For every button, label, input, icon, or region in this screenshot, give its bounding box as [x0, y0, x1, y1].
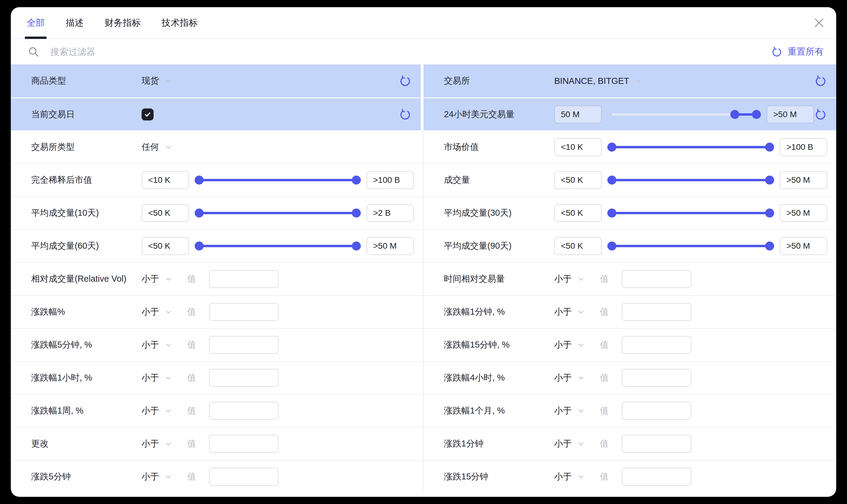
value-input[interactable]	[209, 402, 279, 420]
range-max-value[interactable]: >50 M	[780, 171, 827, 189]
slider-handle-min[interactable]	[195, 241, 204, 251]
slider-handle-min[interactable]	[195, 209, 204, 218]
range-max-value[interactable]: >50 M	[780, 237, 827, 255]
operator-dropdown[interactable]: 小于	[142, 339, 173, 351]
operator-dropdown[interactable]: 小于	[554, 372, 586, 384]
range-min-value[interactable]: 50 M	[554, 106, 602, 124]
operator-dropdown[interactable]: 小于	[142, 438, 173, 450]
reset-filter-button[interactable]	[814, 74, 827, 88]
range-slider[interactable]	[612, 138, 770, 156]
range-min-value[interactable]: <50 K	[554, 204, 602, 222]
operator-dropdown[interactable]: 小于	[142, 306, 173, 318]
slider-handle-min[interactable]	[607, 143, 616, 151]
range-max-value[interactable]: >100 B	[366, 171, 414, 189]
value-input[interactable]	[209, 369, 279, 387]
value-input[interactable]	[622, 468, 691, 486]
filter-cell-left: 相对成交量(Relative Vol)小于值	[11, 263, 424, 295]
slider-handle-max[interactable]	[765, 176, 774, 184]
value-input[interactable]	[209, 270, 279, 288]
operator-dropdown[interactable]: 小于	[554, 438, 586, 450]
slider-handle-max[interactable]	[765, 143, 774, 151]
dropdown[interactable]: 任何	[142, 141, 173, 153]
slider-handle-max[interactable]	[765, 209, 774, 218]
filter-label: 24小时美元交易量	[444, 108, 554, 121]
range-min-value[interactable]: <10 K	[142, 171, 189, 189]
range-max-value[interactable]: >50 M	[780, 204, 827, 222]
operator-dropdown[interactable]: 小于	[554, 306, 586, 318]
filter-row: 平均成交量(10天)<50 K>2 B平均成交量(30天)<50 K>50 M	[11, 196, 836, 229]
operator-dropdown[interactable]: 小于	[142, 405, 173, 417]
slider-handle-min[interactable]	[730, 110, 739, 119]
operator-dropdown[interactable]: 小于	[142, 273, 173, 285]
operator-value: 小于	[554, 306, 572, 318]
dropdown[interactable]: 现货	[142, 75, 173, 87]
reset-all-button[interactable]: 重置所有	[771, 46, 824, 58]
range-max-value[interactable]: >2 B	[366, 204, 414, 222]
filter-cell-left: 完全稀释后市值<10 K>100 B	[11, 164, 424, 196]
reset-filter-button[interactable]	[399, 108, 412, 121]
slider-handle-max[interactable]	[765, 241, 774, 251]
value-input[interactable]	[209, 435, 279, 453]
range-min-value[interactable]: <50 K	[554, 237, 602, 255]
value-input[interactable]	[622, 336, 691, 354]
close-button[interactable]	[811, 15, 827, 31]
filter-label: 平均成交量(90天)	[444, 240, 554, 252]
filter-label: 市场价值	[444, 141, 554, 153]
tab-financial-indicators[interactable]: 财务指标	[103, 7, 142, 38]
value-input[interactable]	[622, 270, 691, 288]
operator-dropdown[interactable]: 小于	[142, 372, 173, 384]
range-slider[interactable]	[199, 171, 356, 189]
tab-technical-indicators[interactable]: 技术指标	[160, 7, 200, 38]
slider-handle-max[interactable]	[352, 176, 361, 184]
range-slider[interactable]	[612, 106, 757, 124]
filter-label: 涨跌幅%	[31, 306, 142, 318]
operator-dropdown[interactable]: 小于	[142, 471, 173, 483]
range-slider[interactable]	[612, 237, 770, 255]
value-input[interactable]	[209, 303, 279, 321]
slider-handle-max[interactable]	[352, 209, 361, 218]
search-input[interactable]	[50, 47, 771, 57]
chevron-down-icon	[576, 274, 586, 284]
range-min-value[interactable]: <50 K	[142, 237, 189, 255]
range-slider[interactable]	[199, 237, 356, 255]
operator-dropdown[interactable]: 小于	[554, 339, 586, 351]
value-input[interactable]	[622, 303, 691, 321]
range-max-value[interactable]: >50 M	[767, 106, 814, 124]
range-min-value[interactable]: <50 K	[142, 204, 189, 222]
operator-value: 小于	[554, 438, 572, 450]
tab-description[interactable]: 描述	[64, 7, 85, 38]
slider-handle-min[interactable]	[607, 241, 616, 251]
operator-dropdown[interactable]: 小于	[554, 471, 586, 483]
range-slider[interactable]	[199, 204, 356, 222]
slider-handle-min[interactable]	[195, 176, 204, 184]
slider-handle-min[interactable]	[607, 209, 616, 218]
filter-row: 完全稀释后市值<10 K>100 B成交量<50 K>50 M	[11, 163, 836, 196]
value-input[interactable]	[622, 369, 691, 387]
value-input[interactable]	[622, 435, 691, 453]
tab-all[interactable]: 全部	[25, 7, 47, 38]
range-min-value[interactable]: <50 K	[554, 171, 602, 189]
reset-filter-button[interactable]	[814, 108, 827, 121]
filter-label: 交易所	[444, 75, 554, 87]
range-slider[interactable]	[612, 204, 770, 222]
dropdown[interactable]: BINANCE, BITGET	[554, 76, 643, 86]
filter-label: 成交量	[444, 174, 554, 186]
filter-label: 平均成交量(60天)	[31, 240, 142, 252]
filter-row: 当前交易日24小时美元交易量50 M>50 M	[11, 97, 836, 130]
checkbox[interactable]	[142, 108, 154, 121]
value-input[interactable]	[209, 336, 279, 354]
slider-handle-max[interactable]	[352, 241, 361, 251]
filter-label: 平均成交量(30天)	[444, 207, 554, 219]
slider-handle-max[interactable]	[752, 110, 761, 119]
value-input[interactable]	[209, 468, 279, 486]
filter-label: 涨跌1分钟	[444, 438, 554, 450]
operator-dropdown[interactable]: 小于	[554, 273, 586, 285]
reset-filter-button[interactable]	[399, 74, 412, 88]
operator-dropdown[interactable]: 小于	[554, 405, 586, 417]
range-max-value[interactable]: >100 B	[780, 138, 827, 156]
value-input[interactable]	[622, 402, 691, 420]
range-max-value[interactable]: >50 M	[366, 237, 414, 255]
range-min-value[interactable]: <10 K	[554, 138, 602, 156]
slider-handle-min[interactable]	[607, 176, 616, 184]
range-slider[interactable]	[612, 171, 770, 189]
